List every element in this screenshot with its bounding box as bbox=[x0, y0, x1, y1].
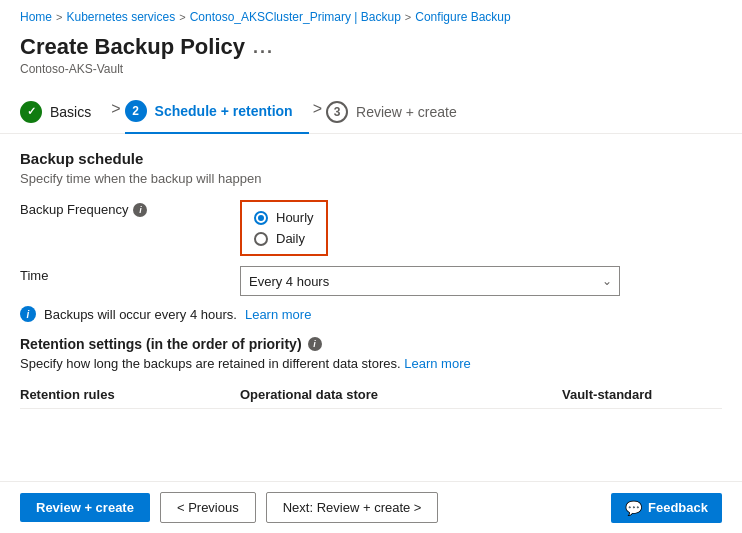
breadcrumb-kubernetes[interactable]: Kubernetes services bbox=[66, 10, 175, 24]
breadcrumb-configure[interactable]: Configure Backup bbox=[415, 10, 510, 24]
breadcrumb-cluster[interactable]: Contoso_AKSCluster_Primary | Backup bbox=[190, 10, 401, 24]
info-message-text: Backups will occur every 4 hours. bbox=[44, 307, 237, 322]
breadcrumb: Home > Kubernetes services > Contoso_AKS… bbox=[0, 0, 742, 30]
frequency-daily-label: Daily bbox=[276, 231, 305, 246]
frequency-info-icon[interactable]: i bbox=[133, 203, 147, 217]
feedback-label: Feedback bbox=[648, 500, 708, 515]
frequency-hourly-radio[interactable] bbox=[254, 211, 268, 225]
feedback-icon: 💬 bbox=[625, 500, 642, 516]
info-circle-icon: i bbox=[20, 306, 36, 322]
step-label-2: Schedule + retention bbox=[155, 103, 293, 119]
frequency-hourly-option[interactable]: Hourly bbox=[254, 210, 314, 225]
retention-table-header: Retention rules Operational data store V… bbox=[20, 381, 722, 409]
wizard-step-basics[interactable]: ✓ Basics bbox=[20, 93, 107, 133]
wizard-step-schedule[interactable]: 2 Schedule + retention bbox=[125, 92, 309, 134]
frequency-control: Hourly Daily bbox=[240, 200, 722, 256]
col-header-rules: Retention rules bbox=[20, 387, 240, 402]
time-control: Every 4 hours Every 6 hours Every 8 hour… bbox=[240, 266, 722, 296]
backup-schedule-title: Backup schedule bbox=[20, 150, 722, 167]
step-circle-2: 2 bbox=[125, 100, 147, 122]
frequency-hourly-label: Hourly bbox=[276, 210, 314, 225]
time-dropdown[interactable]: Every 4 hours Every 6 hours Every 8 hour… bbox=[240, 266, 620, 296]
retention-learn-more-link[interactable]: Learn more bbox=[404, 356, 470, 371]
main-content: Backup schedule Specify time when the ba… bbox=[0, 134, 742, 409]
vault-name: Contoso-AKS-Vault bbox=[20, 62, 722, 76]
backup-schedule-desc: Specify time when the backup will happen bbox=[20, 171, 722, 186]
col-header-vault: Vault-standard bbox=[562, 387, 722, 402]
info-learn-more-link[interactable]: Learn more bbox=[245, 307, 311, 322]
time-dropdown-container: Every 4 hours Every 6 hours Every 8 hour… bbox=[240, 266, 620, 296]
step-label-1: Basics bbox=[50, 104, 91, 120]
feedback-button[interactable]: 💬 Feedback bbox=[611, 493, 722, 523]
backup-frequency-row: Backup Frequency i Hourly Daily bbox=[20, 200, 722, 256]
breadcrumb-home[interactable]: Home bbox=[20, 10, 52, 24]
footer: Review + create < Previous Next: Review … bbox=[0, 481, 742, 533]
page-header: Create Backup Policy ... Contoso-AKS-Vau… bbox=[0, 30, 742, 82]
step-circle-1: ✓ bbox=[20, 101, 42, 123]
step-label-3: Review + create bbox=[356, 104, 457, 120]
frequency-daily-option[interactable]: Daily bbox=[254, 231, 314, 246]
col-header-operational: Operational data store bbox=[240, 387, 562, 402]
frequency-box: Hourly Daily bbox=[240, 200, 328, 256]
review-create-button[interactable]: Review + create bbox=[20, 493, 150, 522]
info-message: i Backups will occur every 4 hours. Lear… bbox=[20, 306, 722, 322]
next-button[interactable]: Next: Review + create > bbox=[266, 492, 439, 523]
wizard-step-review[interactable]: 3 Review + create bbox=[326, 93, 473, 133]
previous-button[interactable]: < Previous bbox=[160, 492, 256, 523]
backup-frequency-label: Backup Frequency i bbox=[20, 200, 240, 217]
wizard-steps: ✓ Basics > 2 Schedule + retention > 3 Re… bbox=[0, 82, 742, 134]
frequency-daily-radio[interactable] bbox=[254, 232, 268, 246]
retention-title: Retention settings (in the order of prio… bbox=[20, 336, 722, 352]
page-title: Create Backup Policy bbox=[20, 34, 245, 60]
time-label: Time bbox=[20, 266, 240, 283]
step-circle-3: 3 bbox=[326, 101, 348, 123]
retention-info-icon[interactable]: i bbox=[308, 337, 322, 351]
more-options-button[interactable]: ... bbox=[253, 37, 274, 58]
time-row: Time Every 4 hours Every 6 hours Every 8… bbox=[20, 266, 722, 296]
retention-desc: Specify how long the backups are retaine… bbox=[20, 356, 722, 371]
